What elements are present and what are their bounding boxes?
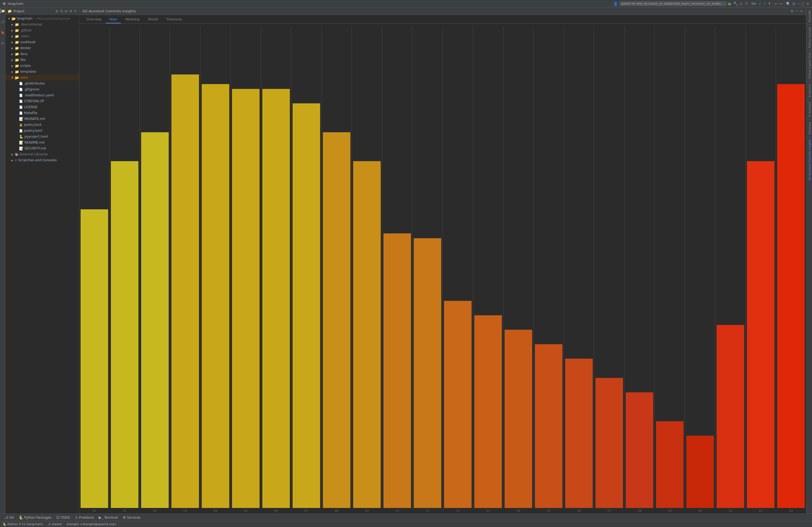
right-tab-copilot-chat[interactable]: GitHub Copilot Chat bbox=[806, 50, 812, 81]
search-icon[interactable]: 🔍 bbox=[786, 2, 791, 6]
tree-item-github[interactable]: ▶ 📁 .github bbox=[5, 27, 79, 33]
tree-item-readme[interactable]: ▶ 📝 README.md bbox=[5, 139, 79, 146]
tree-item-external-libraries[interactable]: ▶ 📚 External Libraries bbox=[5, 151, 79, 157]
venv-folder-icon: 📂 bbox=[15, 76, 19, 80]
migrate-file-icon: 📝 bbox=[19, 117, 23, 121]
poetry-lock-label: poetry.lock bbox=[24, 123, 41, 127]
svg-rect-28 bbox=[505, 330, 532, 508]
tree-root[interactable]: ▼ 📂 langchain ~/Work/github/langchain bbox=[5, 16, 79, 21]
tree-item-libs[interactable]: ▶ 📁 libs bbox=[5, 57, 79, 63]
docker-folder-icon: 📁 bbox=[15, 46, 19, 50]
user-icon[interactable]: 👤 bbox=[613, 2, 618, 6]
readthedocs-label: .readthedocs.yaml bbox=[24, 93, 54, 97]
git-panel-close-icon[interactable]: ✕ bbox=[800, 9, 803, 13]
collapse-icon[interactable]: ⊟ bbox=[65, 9, 68, 13]
right-tab-endpoints[interactable]: Endpoints bbox=[806, 81, 812, 99]
project-panel-title: Project bbox=[13, 10, 54, 13]
tree-item-templates[interactable]: ▶ 📁 templates bbox=[5, 69, 79, 75]
devcontainer-arrow: ▶ bbox=[11, 23, 14, 26]
commit-icon[interactable]: ⎇ bbox=[0, 19, 5, 24]
scripts-arrow: ▶ bbox=[11, 64, 14, 67]
git-panel-settings-icon[interactable]: ⚙ bbox=[791, 9, 794, 13]
docs-arrow: ▶ bbox=[11, 52, 14, 56]
tree-item-pyproject[interactable]: ▶ 🐍 pyproject.toml bbox=[5, 134, 79, 139]
git-arrow-up[interactable]: ↑ bbox=[768, 2, 771, 6]
close-button[interactable]: ✕ bbox=[806, 2, 809, 6]
tree-item-docs[interactable]: ▶ 📁 docs bbox=[5, 51, 79, 57]
git-icon: ⎇ bbox=[4, 515, 8, 520]
right-tab-ai-assistant[interactable]: AI Assistant bbox=[806, 99, 812, 119]
close-panel-icon[interactable]: ✕ bbox=[74, 9, 77, 13]
tree-item-migrate[interactable]: ▶ 📝 MIGRATE.md bbox=[5, 116, 79, 122]
git-panel-minimize-icon[interactable]: ─ bbox=[796, 9, 798, 13]
bottom-git-button[interactable]: ⎇ Git bbox=[2, 515, 16, 521]
tab-timezone[interactable]: Timezone bbox=[162, 16, 186, 23]
title-bar-right: 👤 pytest for test_recursive_url_loader.t… bbox=[613, 1, 809, 6]
right-tab-database[interactable]: Database bbox=[806, 119, 812, 137]
scope-icon[interactable]: ⊕ bbox=[56, 9, 59, 13]
left-activity-strip: 📁 ⎇ 🔖 ≡ bbox=[0, 7, 5, 514]
project-icon[interactable]: 📁 bbox=[0, 9, 5, 13]
scripts-label: scripts bbox=[20, 64, 31, 67]
bottom-problems-button[interactable]: ⚠ Problems bbox=[73, 515, 96, 521]
tree-item-scratches[interactable]: ▶ ⊙ Scratches and Consoles bbox=[5, 157, 79, 163]
git-check1[interactable]: ✓ bbox=[758, 2, 762, 6]
security-file-icon: 📝 bbox=[19, 147, 23, 151]
minimize-button[interactable]: ─ bbox=[797, 2, 799, 6]
tab-month[interactable]: Month bbox=[144, 16, 162, 23]
tab-hour[interactable]: Hour bbox=[106, 16, 121, 23]
undo-button[interactable]: ↩ bbox=[775, 2, 778, 6]
tree-item-readthedocs[interactable]: ▶ 📄 .readthedocs.yaml bbox=[5, 92, 79, 98]
tree-item-devcontainer[interactable]: ▶ 📁 .devcontainer bbox=[5, 21, 79, 27]
tree-item-makefile[interactable]: ▶ 📄 Makefile bbox=[5, 110, 79, 116]
github-label: .github bbox=[20, 28, 31, 32]
x-label-19: 19 bbox=[655, 509, 685, 512]
settings-icon[interactable]: ⚙ bbox=[792, 2, 796, 6]
tree-item-docker[interactable]: ▶ 📁 docker bbox=[5, 45, 79, 51]
right-tab-git-insights[interactable]: Git Assistant Commits Insights bbox=[806, 137, 812, 182]
poetry-toml-label: poetry.toml bbox=[24, 129, 42, 133]
maximize-button[interactable]: □ bbox=[801, 2, 804, 6]
x-label-12: 12 bbox=[443, 509, 473, 512]
git-check2[interactable]: ✓ bbox=[763, 2, 766, 6]
right-tab-python-console[interactable]: Python Console bbox=[806, 25, 812, 50]
right-tab-plantuml[interactable]: PlantUML bbox=[806, 7, 812, 25]
sort-icon[interactable]: ⇅ bbox=[60, 9, 63, 13]
bottom-terminal-button[interactable]: ▶_ Terminal bbox=[97, 515, 120, 521]
tree-item-security[interactable]: ▶ 📝 SECURITY.md bbox=[5, 146, 79, 151]
gitattributes-file-icon: 📄 bbox=[19, 82, 23, 85]
tree-item-gitattributes[interactable]: ▶ 📄 .gitattributes bbox=[5, 80, 79, 86]
bookmarks-icon[interactable]: 🔖 bbox=[0, 30, 5, 35]
bottom-python-packages-button[interactable]: 🐍 Python Packages bbox=[17, 515, 54, 521]
status-branch[interactable]: ⎇ master bbox=[47, 523, 62, 526]
scripts-folder-icon: 📁 bbox=[15, 64, 19, 68]
tree-item-citation[interactable]: ▶ 📄 CITATION.cff bbox=[5, 98, 79, 104]
tree-item-gitignore[interactable]: ▶ 📄 .gitignore bbox=[5, 86, 79, 92]
tree-item-venv[interactable]: ▼ 📂 venv bbox=[5, 75, 79, 80]
run-config-dropdown[interactable]: pytest for test_recursive_url_loader.tes… bbox=[620, 1, 727, 6]
bottom-services-button[interactable]: ⚙ Services bbox=[120, 515, 143, 521]
readme-label: README.md bbox=[25, 140, 44, 144]
coverage-button[interactable]: ⊙ bbox=[740, 2, 743, 6]
status-python[interactable]: 🐍 Python 3.11 (langchain) bbox=[3, 523, 43, 526]
tree-item-cookbook[interactable]: ▶ 📁 cookbook bbox=[5, 39, 79, 45]
build-button[interactable]: 🔨 bbox=[733, 2, 738, 6]
profile-button[interactable]: ⏱ bbox=[744, 2, 748, 6]
tab-weekday[interactable]: Weekday bbox=[121, 16, 144, 23]
svg-rect-12 bbox=[262, 89, 290, 508]
settings-icon-project[interactable]: ⚙ bbox=[69, 9, 72, 13]
tree-item-venv-dot[interactable]: ▶ 📁 .venv bbox=[5, 33, 79, 39]
tree-item-poetry-lock[interactable]: ▶ 🔒 poetry.lock bbox=[5, 122, 79, 128]
tree-item-license[interactable]: ▶ 📄 LICENSE bbox=[5, 104, 79, 110]
tab-overview[interactable]: Overview bbox=[83, 16, 105, 23]
x-label-10: 10 bbox=[382, 509, 412, 512]
bottom-todo-button[interactable]: ☑ TODO bbox=[54, 515, 72, 521]
redo-button[interactable]: ↪ bbox=[779, 2, 782, 6]
branch-icon: ⎇ bbox=[47, 523, 51, 526]
structure-icon[interactable]: ≡ bbox=[0, 41, 5, 46]
readme-file-icon: 📝 bbox=[19, 140, 23, 145]
run-button[interactable]: ▶ bbox=[728, 1, 732, 6]
x-axis-labels: 0001020304050607080910111213141516171819… bbox=[79, 508, 806, 514]
tree-item-scripts[interactable]: ▶ 📁 scripts bbox=[5, 63, 79, 69]
tree-item-poetry-toml[interactable]: ▶ 📄 poetry.toml bbox=[5, 128, 79, 134]
